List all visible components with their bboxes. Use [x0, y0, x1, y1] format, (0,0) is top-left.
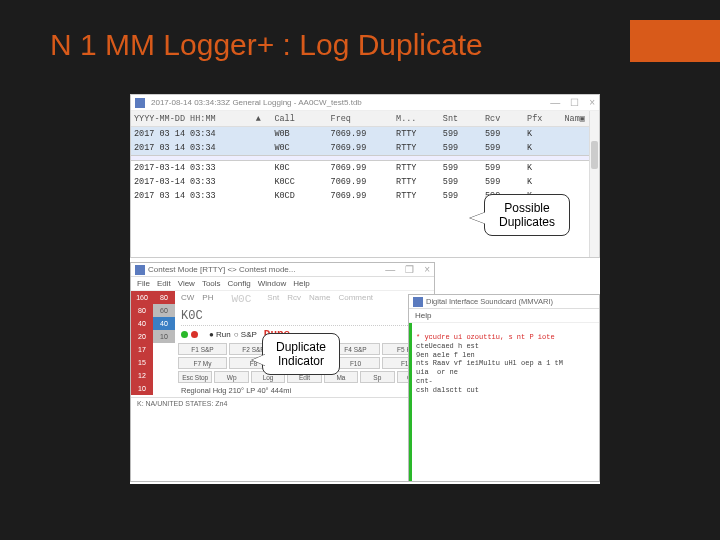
band-40[interactable]: 40: [131, 317, 153, 330]
band-column-right: 80604010: [153, 291, 175, 397]
col-mode[interactable]: M...: [393, 111, 440, 127]
minimize-icon[interactable]: —: [550, 97, 560, 108]
log-table-top: YYYY-MM-DD HH:MM ▲ Call Freq M... Snt Rc…: [131, 111, 599, 155]
status-dot-red: [191, 331, 198, 338]
app-icon: [135, 265, 145, 275]
callout-tail: [470, 212, 486, 224]
band-10[interactable]: 10: [131, 382, 153, 395]
field-name: Name: [309, 293, 330, 305]
field-snt: Snt: [267, 293, 279, 305]
entry-statusbar: K: NA/UNITED STATES: Zn4 12/1: [131, 397, 434, 409]
rx-line: uia or ne: [416, 368, 595, 377]
digi-title-text: Digital Interface Soundcard (MMVARI): [426, 297, 553, 306]
digital-interface-window: Digital Interface Soundcard (MMVARI) Hel…: [408, 294, 600, 482]
restore-icon[interactable]: ❐: [405, 264, 414, 275]
table-header-row: YYYY-MM-DD HH:MM ▲ Call Freq M... Snt Rc…: [131, 111, 599, 127]
rx-line: 9en aele f len: [416, 351, 595, 360]
band-column-left: 16080402017151210: [131, 291, 153, 397]
status-country: K: NA/UNITED STATES: Zn4: [137, 400, 227, 407]
entry-menubar: FileEditViewToolsConfigWindowHelp: [131, 277, 434, 291]
faded-call: W0C: [231, 293, 251, 305]
menu-file[interactable]: File: [137, 279, 150, 288]
field-comment: Comment: [338, 293, 373, 305]
rx-line: csh dalsctt cut: [416, 386, 595, 395]
entry-title-text: Contest Mode [RTTY] <> Contest mode...: [148, 265, 295, 274]
band-12[interactable]: 12: [131, 369, 153, 382]
log-titlebar[interactable]: 2017-08-14 03:34:33Z General Logging - A…: [131, 95, 599, 111]
table-row[interactable]: 2017 03 14 03:34W0B7069.99 RTTY599599K: [131, 127, 599, 142]
band-blank: [153, 343, 175, 356]
menu-window[interactable]: Window: [258, 279, 286, 288]
band-blank: [153, 356, 175, 369]
app-icon: [135, 98, 145, 108]
tab-cw[interactable]: CW: [181, 293, 194, 305]
fn-button[interactable]: F1 S&P: [178, 343, 227, 355]
band-15[interactable]: 15: [131, 356, 153, 369]
mode-tab-row: CW PH W0C Snt Rcv Name Comment: [175, 291, 434, 307]
band-40[interactable]: 40: [153, 317, 175, 330]
band-10[interactable]: 10: [153, 330, 175, 343]
menu-help[interactable]: Help: [293, 279, 309, 288]
table-row[interactable]: 2017-03-14 03:33K0C7069.99 RTTY599599K: [131, 161, 599, 175]
callout-duplicate-indicator: Duplicate Indicator: [262, 333, 340, 375]
close-icon[interactable]: ×: [424, 264, 430, 275]
fn-button[interactable]: Wp: [214, 371, 248, 383]
rx-line: nts Raav vf ieiMultu uHl oep a 1 tM: [416, 359, 595, 368]
scrollbar-thumb[interactable]: [591, 141, 598, 169]
table-row[interactable]: 2017 03 14 03:34W0C7069.99 RTTY599599K: [131, 141, 599, 155]
tab-ph[interactable]: PH: [202, 293, 213, 305]
col-call[interactable]: Call: [271, 111, 327, 127]
app-icon: [413, 297, 423, 307]
slide-title: N 1 MM Logger+ : Log Duplicate: [50, 28, 483, 62]
band-17[interactable]: 17: [131, 343, 153, 356]
run-radio[interactable]: ● Run: [209, 330, 231, 339]
col-freq[interactable]: Freq: [328, 111, 394, 127]
menu-edit[interactable]: Edit: [157, 279, 171, 288]
col-sort[interactable]: ▲: [253, 111, 272, 127]
heading-text: Regional Hdg 210° LP 40° 444mi: [175, 384, 434, 397]
callout-tail: [252, 354, 266, 366]
log-scrollbar[interactable]: [589, 111, 599, 257]
field-rcv: Rcv: [287, 293, 301, 305]
fn-button[interactable]: Esc Stop: [178, 371, 212, 383]
col-pfx[interactable]: Pfx: [524, 111, 561, 127]
status-dot-green: [181, 331, 188, 338]
menu-view[interactable]: View: [178, 279, 195, 288]
callout-possible-duplicates: Possible Duplicates: [484, 194, 570, 236]
maximize-icon[interactable]: ☐: [570, 97, 579, 108]
fn-button[interactable]: F7 My: [178, 357, 227, 369]
col-rcv[interactable]: Rcv: [482, 111, 524, 127]
sp-radio[interactable]: ○ S&P: [234, 330, 257, 339]
col-snt[interactable]: Snt: [440, 111, 482, 127]
close-icon[interactable]: ×: [589, 97, 595, 108]
rx-line: cteUecaed h est: [416, 342, 595, 351]
rx-text-panel[interactable]: * ycudre ui ozouttiu, s nt P iotecteUeca…: [412, 323, 599, 481]
band-60[interactable]: 60: [153, 304, 175, 317]
digi-menubar: Help: [409, 309, 599, 323]
band-80[interactable]: 80: [131, 304, 153, 317]
band-80[interactable]: 80: [153, 291, 175, 304]
menu-config[interactable]: Config: [228, 279, 251, 288]
fn-button[interactable]: Sp: [360, 371, 394, 383]
menu-tools[interactable]: Tools: [202, 279, 221, 288]
rx-line: cnt-: [416, 377, 595, 386]
callsign-input[interactable]: K0C: [181, 309, 203, 323]
table-row[interactable]: 2017-03-14 03:33K0CC7069.99 RTTY599599K: [131, 175, 599, 189]
band-blank: [153, 369, 175, 382]
log-title-text: 2017-08-14 03:34:33Z General Logging - A…: [151, 98, 362, 107]
band-20[interactable]: 20: [131, 330, 153, 343]
screenshot-stage: 2017-08-14 03:34:33Z General Logging - A…: [130, 94, 600, 484]
rx-line: * ycudre ui ozouttiu, s nt P iote: [416, 333, 595, 342]
band-160[interactable]: 160: [131, 291, 153, 304]
col-date[interactable]: YYYY-MM-DD HH:MM: [131, 111, 253, 127]
minimize-icon[interactable]: —: [385, 264, 395, 275]
menu-help[interactable]: Help: [415, 311, 431, 320]
band-blank: [153, 382, 175, 395]
accent-rectangle: [630, 20, 720, 62]
entry-titlebar[interactable]: Contest Mode [RTTY] <> Contest mode... —…: [131, 263, 434, 277]
